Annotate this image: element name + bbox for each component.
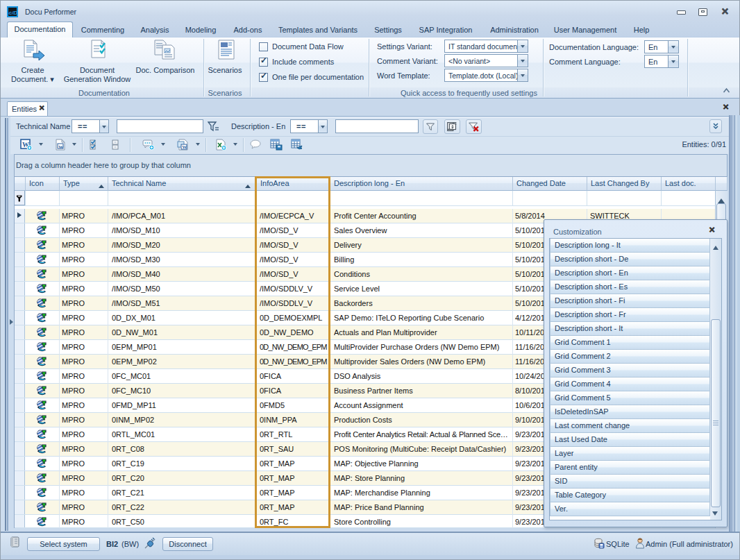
svg-text:W: W [58,144,63,150]
svg-text:W: W [182,144,187,150]
